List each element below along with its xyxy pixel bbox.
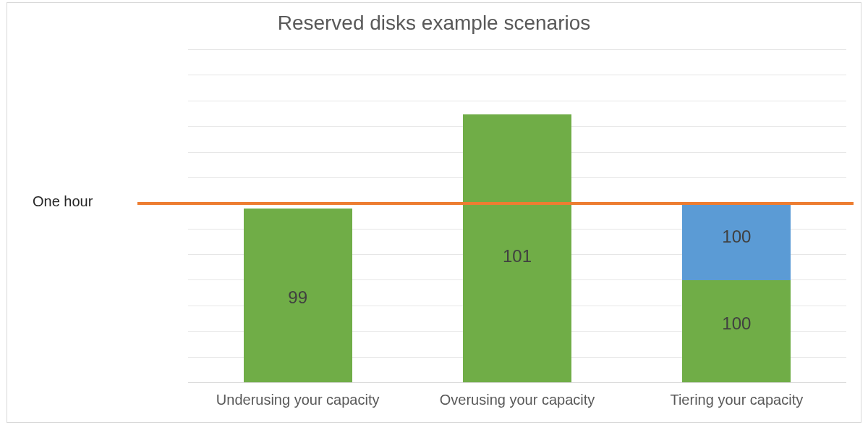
bar-value-label: 99	[244, 287, 352, 308]
bar-group: 99	[244, 50, 352, 383]
bar-value-label: 100	[682, 227, 791, 247]
bar-segment-green: 100	[682, 280, 791, 383]
plot-area: 99101100100	[188, 50, 846, 383]
bar-segment-green: 101	[463, 114, 571, 383]
bar-group: 101	[463, 50, 571, 383]
bar-segment-blue: 100	[682, 203, 791, 280]
chart-frame: Reserved disks example scenarios 9910110…	[7, 2, 861, 423]
x-tick: Underusing your capacity	[190, 392, 407, 408]
x-tick: Tiering your capacity	[628, 392, 845, 408]
bar-value-label: 100	[682, 314, 791, 334]
x-tick: Overusing your capacity	[409, 392, 626, 408]
reference-line	[137, 202, 854, 205]
bar-group: 100100	[682, 50, 791, 383]
bar-value-label: 101	[463, 246, 571, 266]
y-axis-annotation: One hour	[33, 193, 93, 210]
x-axis	[188, 382, 846, 383]
bar-segment-green: 99	[244, 209, 352, 383]
chart-title: Reserved disks example scenarios	[7, 12, 861, 35]
